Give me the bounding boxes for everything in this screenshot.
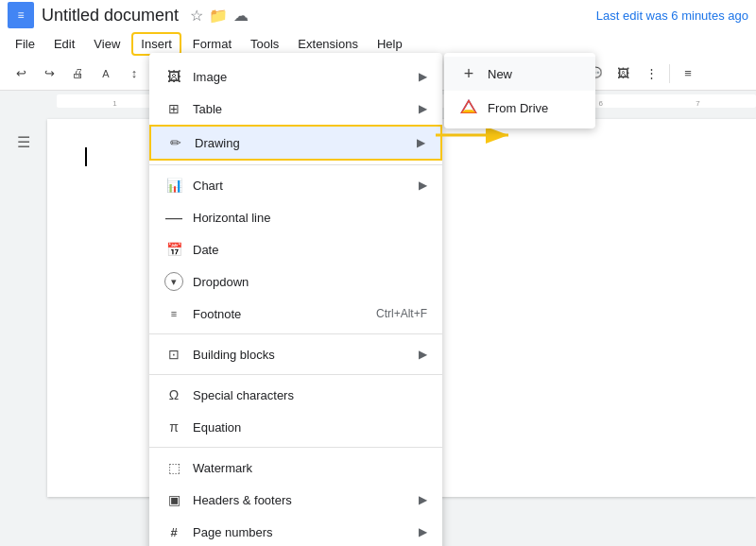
title-icons: ☆ 📁 ☁	[190, 7, 249, 25]
menu-item-date[interactable]: 📅 Date	[149, 233, 442, 265]
submenu-item-from-drive[interactable]: From Drive	[444, 91, 595, 125]
building-blocks-arrow: ▶	[419, 348, 427, 361]
menu-item-headers-footers[interactable]: ▣ Headers & footers ▶	[149, 484, 442, 516]
sidebar-left: ☰	[0, 111, 47, 504]
table-icon: ⊞	[164, 99, 183, 118]
image-insert-btn[interactable]: 🖼	[610, 60, 636, 87]
new-icon: +	[459, 64, 478, 83]
menu-tools[interactable]: Tools	[243, 34, 286, 54]
watermark-label: Watermark	[193, 461, 427, 475]
special-characters-icon: Ω	[164, 385, 183, 404]
menu-insert[interactable]: Insert	[131, 32, 181, 56]
chart-arrow: ▶	[419, 179, 427, 192]
table-label: Table	[193, 102, 419, 116]
page-numbers-label: Page numbers	[193, 525, 419, 539]
from-drive-label: From Drive	[488, 101, 548, 115]
new-label: New	[488, 67, 512, 81]
menu-view[interactable]: View	[86, 34, 128, 54]
footnote-label: Footnote	[193, 307, 376, 321]
toolbar-separator-6	[669, 64, 670, 83]
horizontal-line-label: Horizontal line	[193, 211, 427, 225]
last-edit-text: Last edit was 6 minutes ago	[596, 9, 748, 23]
footnote-icon: ≡	[164, 304, 183, 323]
redo-btn[interactable]: ↪	[36, 60, 62, 87]
menu-item-drawing[interactable]: ✏ Drawing ▶	[149, 125, 442, 161]
text-cursor	[85, 147, 87, 166]
doc-icon: ≡	[8, 2, 34, 28]
drawing-arrow: ▶	[417, 136, 425, 149]
menu-section-3: ⊡ Building blocks ▶	[149, 334, 442, 375]
special-characters-label: Special characters	[193, 388, 427, 402]
menu-item-dropdown[interactable]: ▾ Dropdown	[149, 265, 442, 298]
menu-section-5: ⬚ Watermark ▣ Headers & footers ▶ # Page…	[149, 448, 442, 546]
headers-footers-icon: ▣	[164, 490, 183, 509]
image-icon: 🖼	[164, 67, 183, 86]
page-numbers-icon: #	[164, 522, 183, 541]
menu-item-chart[interactable]: 📊 Chart ▶	[149, 169, 442, 201]
dropdown-icon: ▾	[164, 272, 183, 291]
menu-section-1: 🖼 Image ▶ ⊞ Table ▶ ✏ Drawing ▶	[149, 57, 442, 165]
headers-footers-arrow: ▶	[419, 493, 427, 506]
dropdown-label: Dropdown	[193, 275, 427, 289]
menu-file[interactable]: File	[8, 34, 43, 54]
undo-btn[interactable]: ↩	[8, 60, 34, 87]
spell-check-btn[interactable]: A	[93, 60, 119, 87]
watermark-icon: ⬚	[164, 458, 183, 477]
date-icon: 📅	[164, 240, 183, 259]
menu-format[interactable]: Format	[185, 34, 239, 54]
image-label: Image	[193, 70, 419, 84]
title-bar: ≡ Untitled document ☆ 📁 ☁ Last edit was …	[0, 0, 756, 30]
menu-item-footnote[interactable]: ≡ Footnote Ctrl+Alt+F	[149, 298, 442, 330]
more-btn[interactable]: ⋮	[638, 60, 664, 87]
ruler-mark-7: 7	[649, 99, 747, 108]
drawing-icon: ✏	[166, 133, 185, 152]
drive-icon	[459, 98, 478, 117]
menu-item-table[interactable]: ⊞ Table ▶	[149, 93, 442, 125]
insert-menu: 🖼 Image ▶ ⊞ Table ▶ ✏ Drawing ▶ 📊 Chart …	[149, 53, 442, 546]
headers-footers-label: Headers & footers	[193, 493, 419, 507]
cloud-icon[interactable]: ☁	[233, 7, 249, 25]
table-arrow: ▶	[419, 102, 427, 115]
folder-icon[interactable]: 📁	[209, 7, 228, 25]
menu-item-page-numbers[interactable]: # Page numbers ▶	[149, 516, 442, 546]
chart-icon: 📊	[164, 176, 183, 195]
building-blocks-label: Building blocks	[193, 348, 419, 362]
menu-item-image[interactable]: 🖼 Image ▶	[149, 60, 442, 93]
drawing-submenu: + New From Drive	[444, 53, 595, 128]
date-label: Date	[193, 243, 427, 257]
drawing-label: Drawing	[195, 136, 417, 150]
menu-item-equation[interactable]: π Equation	[149, 411, 442, 443]
menu-extensions[interactable]: Extensions	[290, 34, 366, 54]
menu-item-horizontal-line[interactable]: — Horizontal line	[149, 201, 442, 233]
menu-edit[interactable]: Edit	[46, 34, 82, 54]
equation-icon: π	[164, 418, 183, 436]
menu-item-building-blocks[interactable]: ⊡ Building blocks ▶	[149, 338, 442, 370]
outline-icon[interactable]: ☰	[9, 127, 39, 157]
menu-section-2: 📊 Chart ▶ — Horizontal line 📅 Date ▾ Dro…	[149, 165, 442, 334]
horizontal-line-icon: —	[164, 208, 183, 227]
menu-item-special-characters[interactable]: Ω Special characters	[149, 379, 442, 411]
menu-section-4: Ω Special characters π Equation	[149, 375, 442, 448]
building-blocks-icon: ⊡	[164, 345, 183, 364]
equation-label: Equation	[193, 420, 427, 435]
page-numbers-arrow: ▶	[419, 525, 427, 538]
image-arrow: ▶	[419, 70, 427, 83]
footnote-shortcut: Ctrl+Alt+F	[376, 307, 427, 320]
paint-format-btn[interactable]: ↕	[121, 60, 147, 87]
align-btn[interactable]: ≡	[675, 60, 701, 87]
menu-help[interactable]: Help	[369, 34, 410, 54]
submenu-item-new[interactable]: + New	[444, 57, 595, 91]
doc-title: Untitled document	[42, 6, 179, 26]
star-icon[interactable]: ☆	[190, 7, 203, 25]
print-btn[interactable]: 🖨	[64, 60, 91, 87]
chart-label: Chart	[193, 179, 419, 193]
menu-item-watermark[interactable]: ⬚ Watermark	[149, 452, 442, 484]
